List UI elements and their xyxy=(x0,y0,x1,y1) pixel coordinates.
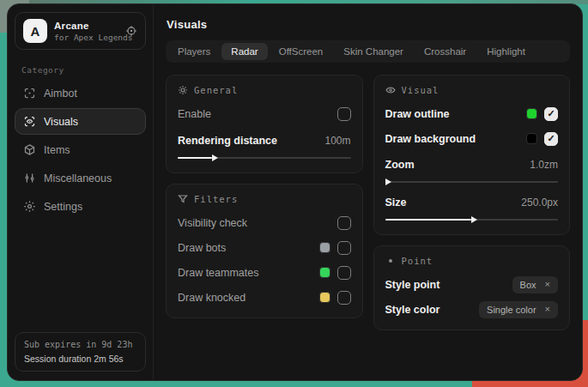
style-color-label: Style color xyxy=(385,304,440,316)
cube-icon xyxy=(23,143,36,156)
slider-thumb[interactable] xyxy=(471,216,477,223)
session-duration-text: Session duration 2m 56s xyxy=(24,354,136,364)
subscription-info-card: Sub expires in 9d 23h Session duration 2… xyxy=(15,332,146,372)
visibility-check-label: Visibility check xyxy=(178,217,247,229)
zoom-label: Zoom xyxy=(385,159,415,171)
sidebar-item-visuals[interactable]: Visuals xyxy=(15,108,146,135)
slider-thumb[interactable] xyxy=(385,178,391,185)
draw-outline-color-swatch[interactable] xyxy=(526,108,537,119)
rendering-distance-label: Rendering distance xyxy=(178,135,277,147)
eye-scan-icon xyxy=(23,115,36,128)
draw-teammates-label: Draw teammates xyxy=(178,267,258,279)
panel-title: General xyxy=(194,85,238,95)
tab-players[interactable]: Players xyxy=(168,43,220,60)
content-grid: General Enable Rendering distance 100m xyxy=(154,63,582,342)
size-slider[interactable] xyxy=(385,216,559,223)
sub-expires-text: Sub expires in 9d 23h xyxy=(24,340,136,349)
main-panel: Visuals Players Radar OffScreen Skin Cha… xyxy=(154,4,582,380)
tab-highlight[interactable]: Highlight xyxy=(477,43,535,60)
draw-outline-checkbox[interactable]: ✓ xyxy=(544,107,558,121)
draw-knocked-checkbox[interactable] xyxy=(337,291,351,305)
sidebar-nav: Aimbot Visuals Items xyxy=(8,80,153,220)
sidebar-item-settings[interactable]: Settings xyxy=(15,193,146,220)
tab-bar: Players Radar OffScreen Skin Changer Cro… xyxy=(166,40,570,63)
draw-outline-label: Draw outline xyxy=(385,108,450,120)
dot-icon xyxy=(385,256,396,266)
draw-background-checkbox[interactable]: ✓ xyxy=(544,132,558,146)
close-icon[interactable]: × xyxy=(545,280,550,289)
filters-panel: Filters Visibility check Draw bots xyxy=(166,184,363,318)
sliders-icon xyxy=(23,172,36,184)
sidebar-item-label: Aimbot xyxy=(44,88,77,100)
tab-offscreen[interactable]: OffScreen xyxy=(270,43,333,60)
sidebar-item-items[interactable]: Items xyxy=(15,136,146,163)
style-color-select[interactable]: Single color × xyxy=(479,301,558,318)
rendering-distance-slider[interactable] xyxy=(178,154,351,161)
visibility-check-checkbox[interactable] xyxy=(337,216,351,230)
panel-title: Filters xyxy=(194,194,238,204)
app-name: Arcane xyxy=(54,21,118,31)
size-value: 250.0px xyxy=(521,197,558,209)
draw-bots-label: Draw bots xyxy=(178,242,226,254)
draw-background-label: Draw background xyxy=(385,133,476,145)
category-label: Category xyxy=(21,65,153,75)
funnel-icon xyxy=(178,194,188,204)
brand-text: Arcane for Apex Legends xyxy=(54,21,118,42)
zoom-value: 1.0zm xyxy=(530,159,558,171)
draw-teammates-color-swatch[interactable] xyxy=(319,267,330,278)
enable-checkbox[interactable] xyxy=(337,107,351,121)
sidebar-item-label: Miscellaneous xyxy=(44,172,112,184)
sidebar-item-label: Visuals xyxy=(44,116,78,128)
tab-skin-changer[interactable]: Skin Changer xyxy=(334,43,413,60)
draw-bots-checkbox[interactable] xyxy=(337,241,351,255)
target-icon[interactable] xyxy=(125,25,137,37)
gear-icon xyxy=(23,200,36,213)
slider-thumb[interactable] xyxy=(212,154,218,161)
draw-knocked-label: Draw knocked xyxy=(178,292,246,304)
sidebar-item-label: Items xyxy=(44,144,70,156)
draw-bots-color-swatch[interactable] xyxy=(319,242,330,253)
size-label: Size xyxy=(385,197,407,209)
style-point-label: Style point xyxy=(385,279,440,291)
app-subtitle: for Apex Legends xyxy=(54,33,118,42)
eye-icon xyxy=(385,85,396,95)
tab-radar[interactable]: Radar xyxy=(221,43,267,60)
visual-panel: Visual Draw outline ✓ Draw background xyxy=(373,75,571,235)
draw-teammates-checkbox[interactable] xyxy=(337,266,351,280)
crosshair-icon xyxy=(23,87,36,100)
point-panel: Point Style point Box × Style color Sing… xyxy=(373,245,571,330)
draw-knocked-color-swatch[interactable] xyxy=(319,292,330,303)
tab-crosshair[interactable]: Crosshair xyxy=(415,43,476,60)
panel-title: Point xyxy=(402,256,433,266)
rendering-distance-value: 100m xyxy=(324,135,350,147)
page-title: Visuals xyxy=(154,4,582,31)
brand-card: A Arcane for Apex Legends xyxy=(15,12,146,50)
zoom-slider[interactable] xyxy=(385,178,559,185)
sidebar-item-aimbot[interactable]: Aimbot xyxy=(15,80,146,106)
app-logo: A xyxy=(23,19,47,43)
panel-title: Visual xyxy=(402,85,439,95)
style-point-value: Box xyxy=(520,280,536,290)
general-panel: General Enable Rendering distance 100m xyxy=(166,75,363,173)
enable-label: Enable xyxy=(178,108,211,120)
style-point-select[interactable]: Box × xyxy=(512,276,558,293)
style-color-value: Single color xyxy=(487,305,536,315)
close-icon[interactable]: × xyxy=(545,305,550,314)
sidebar: A Arcane for Apex Legends Category xyxy=(8,4,154,380)
sidebar-item-label: Settings xyxy=(44,201,82,213)
gear-sun-icon xyxy=(178,85,188,95)
sidebar-item-miscellaneous[interactable]: Miscellaneous xyxy=(15,165,146,191)
draw-background-color-swatch[interactable] xyxy=(526,133,537,144)
app-window: A Arcane for Apex Legends Category xyxy=(7,3,583,381)
